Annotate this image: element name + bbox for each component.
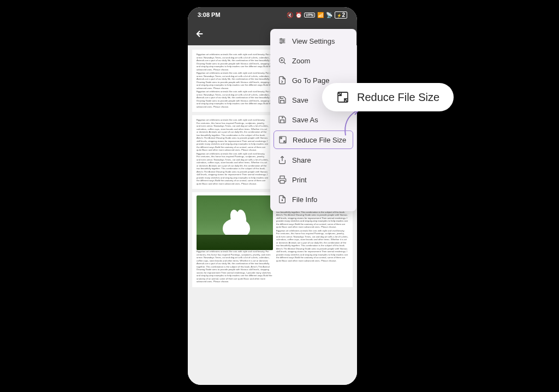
rabbit-image [197,195,273,250]
menu-label: Save As [292,116,318,124]
svg-line-7 [284,62,286,64]
status-bar: 3:08 PM 🔇 ⏰ VPN 📶 📡 ⚡2 [188,7,357,22]
mute-icon: 🔇 [287,12,293,18]
menu-print[interactable]: Print [270,170,356,189]
connector-arrow [340,108,362,135]
menu-label: File Info [292,195,317,204]
svg-point-3 [281,38,282,40]
menu-share[interactable]: Share [270,150,356,170]
menu-file-info[interactable]: File Info [270,189,356,209]
status-time: 3:08 PM [198,11,221,18]
back-button[interactable] [194,28,205,39]
menu-label: Share [292,156,311,164]
menu-label: View Settings [292,37,335,45]
menu-label: Save [292,96,308,104]
menu-zoom[interactable]: Zoom [270,51,356,70]
zoom-in-icon [278,56,287,65]
callout-highlight: Reduce File Size [322,83,454,111]
alarm-icon: ⏰ [295,12,302,18]
settings-sliders-icon [278,37,287,45]
menu-label: Reduce File Size [293,136,346,144]
svg-point-15 [282,200,282,200]
menu-label: Zoom [292,57,310,65]
reduce-file-icon [278,135,287,144]
svg-point-5 [281,42,282,44]
menu-label: Print [292,176,307,184]
save-as-icon [278,115,287,124]
file-info-icon [278,195,287,204]
signal-icon: 📶 [317,12,324,18]
menu-label: Go To Page [292,76,329,85]
print-icon [278,175,287,184]
menu-view-settings[interactable]: View Settings [270,31,356,51]
save-icon [278,96,287,104]
callout-label: Reduce File Size [357,91,439,104]
svg-rect-14 [280,180,284,183]
vpn-badge: VPN [304,13,315,17]
battery-icon: ⚡2 [335,11,347,19]
svg-point-4 [283,40,284,42]
share-icon [278,156,287,164]
wifi-icon: 📡 [326,12,332,18]
status-icons: 🔇 ⏰ VPN 📶 📡 ⚡2 [287,11,347,19]
page-go-icon [278,76,287,85]
reduce-file-icon [336,91,349,104]
